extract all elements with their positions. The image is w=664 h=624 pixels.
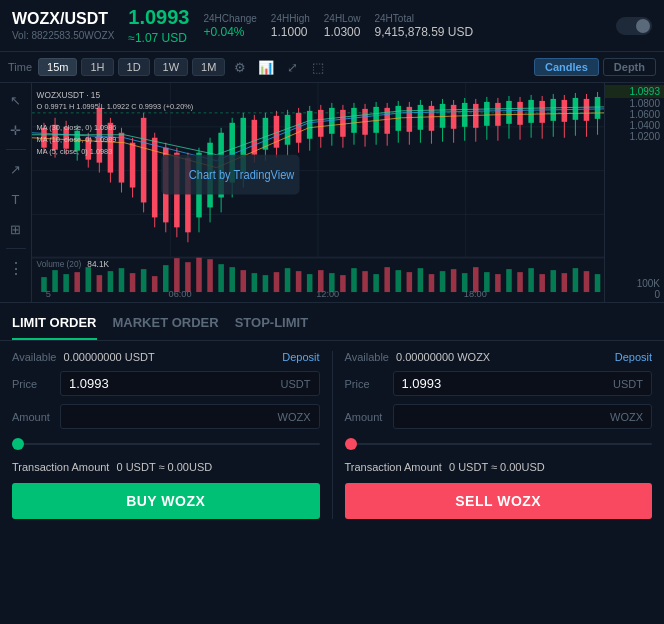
tab-stop-limit[interactable]: STOP-LIMIT bbox=[235, 311, 308, 340]
scale-current-price: 1.0993 bbox=[605, 85, 664, 98]
interval-1d[interactable]: 1D bbox=[118, 58, 150, 76]
buy-price-input[interactable] bbox=[69, 376, 277, 391]
scale-price-3: 1.0400 bbox=[605, 120, 664, 131]
svg-rect-78 bbox=[141, 118, 147, 203]
candles-button[interactable]: Candles bbox=[534, 58, 599, 76]
expand-tool[interactable]: ⋮ bbox=[5, 257, 27, 279]
svg-text:O 0.9971 H 1.0995 L 1.0922 C 0: O 0.9971 H 1.0995 L 1.0922 C 0.9993 (+0.… bbox=[37, 102, 194, 111]
svg-rect-51 bbox=[528, 268, 534, 292]
svg-rect-144 bbox=[506, 101, 512, 124]
crosshair-tool[interactable]: ✛ bbox=[5, 119, 27, 141]
change-stat: 24HChange +0.04% bbox=[203, 13, 256, 39]
sell-form: Available 0.00000000 WOZX Deposit Price … bbox=[332, 351, 665, 519]
svg-rect-24 bbox=[229, 267, 235, 292]
sell-amount-label: Amount bbox=[345, 411, 387, 423]
dark-mode-toggle[interactable] bbox=[616, 17, 652, 35]
svg-rect-35 bbox=[351, 268, 357, 292]
svg-rect-23 bbox=[218, 264, 224, 292]
price-block: 1.0993 ≈1.07 USD bbox=[128, 6, 189, 45]
svg-rect-55 bbox=[573, 268, 579, 292]
svg-rect-76 bbox=[130, 143, 136, 188]
trend-tool[interactable]: ↗ bbox=[5, 158, 27, 180]
buy-button[interactable]: BUY WOZX bbox=[12, 483, 320, 519]
svg-rect-80 bbox=[152, 138, 158, 218]
header: WOZX/USDT Vol: 8822583.50WOZX 1.0993 ≈1.… bbox=[0, 0, 664, 52]
svg-rect-34 bbox=[340, 275, 346, 292]
tab-limit-order[interactable]: LIMIT ORDER bbox=[12, 311, 97, 340]
svg-rect-22 bbox=[207, 259, 213, 292]
measure-tool[interactable]: ⊞ bbox=[5, 218, 27, 240]
svg-text:Volume (20): Volume (20) bbox=[37, 259, 82, 269]
interval-1w[interactable]: 1W bbox=[154, 58, 189, 76]
svg-text:5: 5 bbox=[46, 288, 51, 299]
svg-rect-13 bbox=[108, 271, 114, 292]
svg-text:18:00: 18:00 bbox=[464, 288, 487, 299]
chart-type-icon[interactable]: 📊 bbox=[255, 56, 277, 78]
svg-rect-150 bbox=[539, 101, 545, 123]
svg-rect-15 bbox=[130, 273, 136, 292]
scale-vol-low: 0 bbox=[605, 289, 664, 300]
svg-rect-31 bbox=[307, 274, 313, 292]
sell-price-label: Price bbox=[345, 378, 387, 390]
svg-rect-10 bbox=[74, 272, 80, 292]
svg-rect-39 bbox=[395, 270, 401, 292]
text-tool[interactable]: T bbox=[5, 188, 27, 210]
header-right bbox=[616, 17, 652, 35]
buy-amount-input[interactable] bbox=[69, 409, 274, 424]
svg-rect-27 bbox=[263, 275, 269, 292]
tab-market-order[interactable]: MARKET ORDER bbox=[113, 311, 219, 340]
sell-price-row: Price USDT bbox=[345, 371, 653, 396]
sell-amount-row: Amount WOZX bbox=[345, 404, 653, 429]
low-stat: 24HLow 1.0300 bbox=[324, 13, 361, 39]
sell-deposit-link[interactable]: Deposit bbox=[615, 351, 652, 363]
svg-rect-52 bbox=[539, 274, 545, 292]
sell-amount-input[interactable] bbox=[402, 409, 607, 424]
buy-price-row: Price USDT bbox=[12, 371, 320, 396]
svg-rect-14 bbox=[119, 268, 125, 292]
buy-amount-unit: WOZX bbox=[278, 411, 311, 423]
sell-available-label: Available 0.00000000 WOZX bbox=[345, 351, 491, 363]
current-price: 1.0993 bbox=[128, 6, 189, 29]
interval-1m[interactable]: 1M bbox=[192, 58, 225, 76]
fullscreen-icon[interactable]: ⤢ bbox=[281, 56, 303, 78]
price-chart: 5 06:00 12:00 18:00 Chart by TradingView… bbox=[32, 83, 604, 302]
svg-rect-28 bbox=[274, 272, 280, 292]
settings-icon[interactable]: ⚙ bbox=[229, 56, 251, 78]
svg-rect-160 bbox=[595, 97, 601, 119]
scale-price-4: 1.0200 bbox=[605, 131, 664, 142]
approx-usd: ≈1.07 USD bbox=[128, 31, 189, 45]
svg-rect-154 bbox=[562, 100, 568, 122]
chart-tools: ↖ ✛ ↗ T ⊞ ⋮ bbox=[0, 83, 32, 302]
interval-1h[interactable]: 1H bbox=[81, 58, 113, 76]
buy-slider-dot[interactable] bbox=[12, 438, 24, 450]
svg-rect-146 bbox=[517, 102, 523, 125]
buy-amount-label: Amount bbox=[12, 411, 54, 423]
sell-slider-dot[interactable] bbox=[345, 438, 357, 450]
svg-rect-148 bbox=[528, 100, 534, 123]
buy-available-label: Available 0.00000000 USDT bbox=[12, 351, 155, 363]
cursor-tool[interactable]: ↖ bbox=[5, 89, 27, 111]
svg-rect-110 bbox=[318, 110, 324, 137]
sell-price-input-wrap: USDT bbox=[393, 371, 653, 396]
depth-button[interactable]: Depth bbox=[603, 58, 656, 76]
buy-price-input-wrap: USDT bbox=[60, 371, 320, 396]
buy-available: Available 0.00000000 USDT Deposit bbox=[12, 351, 320, 363]
svg-rect-12 bbox=[97, 275, 103, 292]
svg-text:84.1K: 84.1K bbox=[87, 259, 109, 269]
svg-rect-21 bbox=[196, 257, 202, 292]
svg-rect-48 bbox=[495, 274, 501, 292]
svg-text:MA (30, close, 0) 1.0986: MA (30, close, 0) 1.0986 bbox=[37, 123, 117, 132]
svg-rect-42 bbox=[429, 274, 435, 292]
tool-divider-2 bbox=[6, 248, 26, 249]
svg-rect-100 bbox=[263, 118, 269, 150]
interval-15m[interactable]: 15m bbox=[38, 58, 77, 76]
screenshot-icon[interactable]: ⬚ bbox=[307, 56, 329, 78]
sell-price-input[interactable] bbox=[402, 376, 610, 391]
svg-rect-54 bbox=[562, 273, 568, 292]
sell-button[interactable]: SELL WOZX bbox=[345, 483, 653, 519]
buy-deposit-link[interactable]: Deposit bbox=[282, 351, 319, 363]
sell-amount-input-wrap: WOZX bbox=[393, 404, 653, 429]
svg-rect-9 bbox=[63, 274, 69, 292]
price-scale: 1.0993 1.0800 1.0600 1.0400 1.0200 100K … bbox=[604, 83, 664, 302]
svg-rect-114 bbox=[340, 110, 346, 137]
